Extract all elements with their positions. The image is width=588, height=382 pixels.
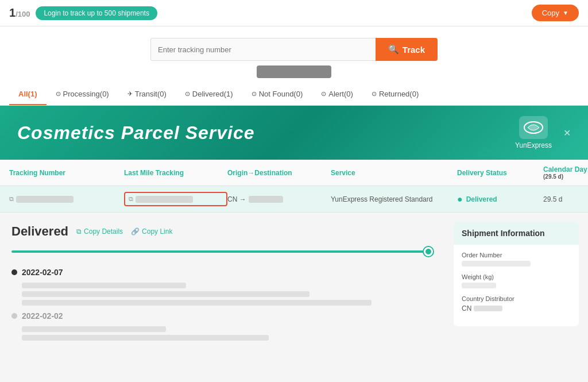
- track-button[interactable]: 🔍 Track: [376, 38, 438, 61]
- country-blurred: [474, 306, 502, 311]
- th-status: Delivery Status: [457, 165, 543, 180]
- timeline-event-1: [22, 283, 433, 306]
- notfound-icon: ⊙: [252, 90, 257, 98]
- timeline-dot-1: [11, 269, 17, 275]
- blurred-bar: [257, 65, 331, 78]
- timeline: 2022-02-07 2022-02-02: [11, 268, 433, 341]
- event-line-2: [22, 291, 310, 297]
- event2-line-2: [22, 335, 269, 341]
- th-service: Service: [331, 165, 457, 180]
- event-line-3: [22, 300, 372, 306]
- event-line-1: [22, 283, 186, 288]
- tab-delivered[interactable]: ⊙ Delivered(1): [176, 84, 242, 105]
- progress-dot: [424, 247, 433, 256]
- top-bar: 1/100 Login to track up to 500 shipments…: [0, 0, 588, 26]
- th-tracking: Tracking Number: [9, 165, 124, 180]
- timeline-dot-2: [11, 313, 17, 319]
- table-container: Tracking Number Last Mile Tracking Origi…: [0, 160, 588, 213]
- timeline-event-2: [22, 326, 433, 341]
- shipment-info-body: Order Number Weight (kg) Country Distrib…: [454, 245, 579, 326]
- table-row: ⧉ ⧉ CN → YunExpress Registered Standard …: [0, 186, 588, 213]
- processing-icon: ⊙: [56, 90, 61, 98]
- delivered-tab-icon: ⊙: [185, 90, 190, 98]
- search-area: 🔍 Track: [0, 26, 588, 84]
- tab-all[interactable]: All(1): [9, 84, 47, 105]
- yunexpress-label: YunExpress: [515, 141, 552, 149]
- returned-icon: ⊙: [372, 90, 377, 98]
- shipment-info-panel: Shipment Information Order Number Weight…: [454, 222, 579, 326]
- copy-link-link[interactable]: 🔗 Copy Link: [131, 227, 172, 236]
- left-panel: Delivered ⧉ Copy Details 🔗 Copy Link 202…: [0, 213, 444, 357]
- td-calendar: 29.5 d: [543, 195, 588, 203]
- info-field-country: Country Distributor CN: [462, 295, 571, 312]
- country-value: CN: [462, 304, 571, 312]
- shipment-count: 1/100: [9, 6, 30, 20]
- copy-details-link[interactable]: ⧉ Copy Details: [76, 227, 123, 236]
- search-row: 🔍 Track: [150, 38, 438, 61]
- td-origin-dest: CN →: [227, 195, 331, 203]
- timeline-date-2: 2022-02-02: [11, 311, 433, 321]
- copy-details-icon: ⧉: [76, 227, 82, 236]
- filter-tabs: All(1) ⊙ Processing(0) ✈ Transit(0) ⊙ De…: [0, 84, 588, 106]
- progress-bar: [11, 247, 433, 256]
- info-field-weight: Weight (kg): [462, 273, 571, 288]
- info-field-order: Order Number: [462, 252, 571, 267]
- banner-close-icon[interactable]: ✕: [563, 128, 571, 138]
- top-bar-left: 1/100 Login to track up to 500 shipments: [9, 6, 157, 20]
- login-button[interactable]: Login to track up to 500 shipments: [36, 6, 157, 20]
- banner: Cosmetics Parcel Service YunExpress ✕: [0, 106, 588, 160]
- delivered-status-label: Delivered: [11, 224, 68, 239]
- yunexpress-logo-icon: [519, 116, 548, 139]
- banner-logo: YunExpress: [515, 116, 552, 149]
- tracking-blurred: [16, 196, 74, 203]
- copy-lastmile-icon[interactable]: ⧉: [129, 195, 133, 203]
- progress-track: [11, 250, 433, 253]
- tab-alert[interactable]: ⊙ Alert(0): [312, 84, 362, 105]
- copy-arrow-icon: ▼: [563, 10, 568, 16]
- tab-processing[interactable]: ⊙ Processing(0): [47, 84, 118, 105]
- tab-notfound[interactable]: ⊙ Not Found(0): [242, 84, 312, 105]
- copy-tracking-icon[interactable]: ⧉: [9, 195, 14, 203]
- td-tracking: ⧉: [9, 195, 124, 203]
- td-status: ● Delivered: [457, 194, 543, 204]
- weight-value: [462, 283, 496, 288]
- copy-button[interactable]: Copy ▼: [532, 5, 579, 21]
- link-icon: 🔗: [131, 227, 140, 236]
- right-panel: Shipment Information Order Number Weight…: [444, 213, 588, 357]
- th-origin-dest: Origin→Destination: [227, 165, 331, 180]
- search-icon: 🔍: [388, 44, 399, 55]
- alert-icon: ⊙: [321, 90, 326, 98]
- delivered-header: Delivered ⧉ Copy Details 🔗 Copy Link: [11, 224, 433, 239]
- td-lastmile: ⧉: [124, 192, 227, 206]
- delivered-status-dot: ●: [457, 194, 463, 204]
- td-service: YunExpress Registered Standard: [331, 195, 457, 203]
- event2-line-1: [22, 326, 166, 332]
- search-input[interactable]: [150, 38, 376, 61]
- table-header: Tracking Number Last Mile Tracking Origi…: [0, 160, 588, 186]
- tab-transit[interactable]: ✈ Transit(0): [118, 84, 176, 105]
- th-calendar: Calendar Day (29.5 d): [543, 165, 588, 180]
- shipment-info-header: Shipment Information: [454, 222, 579, 245]
- main-content: Delivered ⧉ Copy Details 🔗 Copy Link 202…: [0, 213, 588, 357]
- lastmile-blurred: [136, 196, 193, 203]
- tab-returned[interactable]: ⊙ Returned(0): [362, 84, 428, 105]
- banner-title: Cosmetics Parcel Service: [17, 122, 255, 144]
- dest-blurred: [249, 196, 283, 203]
- th-lastmile: Last Mile Tracking: [124, 165, 227, 180]
- transit-icon: ✈: [127, 90, 133, 98]
- timeline-date-1: 2022-02-07: [11, 268, 433, 277]
- order-number-value: [462, 261, 531, 267]
